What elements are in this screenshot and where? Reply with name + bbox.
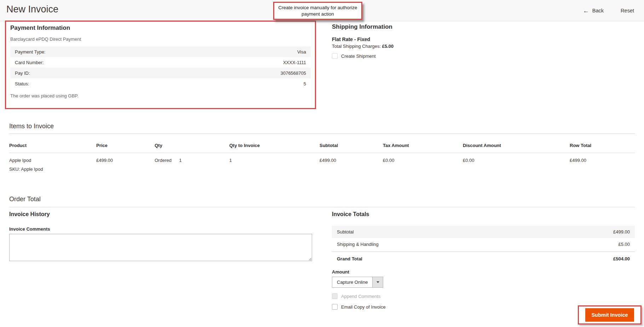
shipping-handling-label: Shipping & Handling xyxy=(337,242,379,247)
new-invoice-page: New Invoice ← Back Reset Create invoice … xyxy=(0,0,644,327)
col-qty: Qty xyxy=(155,139,229,153)
append-comments-option: Append Comments xyxy=(332,293,635,299)
item-qty-to-invoice: 1 xyxy=(229,153,320,175)
col-subtotal: Subtotal xyxy=(320,139,383,153)
shipping-handling-value: £5.00 xyxy=(618,242,630,247)
payment-information-section: Payment Information Barclaycard ePDQ Dir… xyxy=(5,21,316,109)
append-comments-checkbox[interactable] xyxy=(332,293,338,299)
item-qty-ordered: 1 xyxy=(179,158,182,163)
submit-invoice-button[interactable]: Submit Invoice xyxy=(585,308,634,322)
email-copy-label: Email Copy of Invoice xyxy=(341,304,386,310)
order-total-title: Order Total xyxy=(9,196,41,203)
subtotal-label: Subtotal xyxy=(337,229,354,235)
amount-label: Amount xyxy=(332,269,635,275)
items-divider xyxy=(9,134,635,134)
payment-information-title: Payment Information xyxy=(10,24,311,32)
pay-id-row: Pay ID: 3076568705 xyxy=(10,68,311,78)
item-row-total: £499.00 xyxy=(570,153,635,175)
pay-id-label: Pay ID: xyxy=(15,71,30,76)
create-shipment-option: Create Shipment xyxy=(332,53,530,59)
col-price: Price xyxy=(96,139,155,153)
col-tax-amount: Tax Amount xyxy=(383,139,463,153)
item-price: £499.00 xyxy=(96,153,155,175)
items-table: Product Price Qty Qty to Invoice Subtota… xyxy=(9,139,635,175)
payment-method: Barclaycard ePDQ Direct Payment xyxy=(10,36,311,42)
item-discount-amount: £0.00 xyxy=(463,153,570,175)
grand-total-row: Grand Total £504.00 xyxy=(332,252,635,265)
col-product: Product xyxy=(9,139,96,153)
create-shipment-checkbox[interactable] xyxy=(332,53,338,59)
grand-total-label: Grand Total xyxy=(337,256,362,261)
email-copy-checkbox[interactable] xyxy=(332,304,338,310)
status-value: 5 xyxy=(304,81,306,86)
invoice-history-section: Invoice History Invoice Comments xyxy=(9,211,312,263)
invoice-history-title: Invoice History xyxy=(9,211,312,218)
card-number-label: Card Number: xyxy=(15,60,44,65)
card-number-value: XXXX-1111 xyxy=(283,60,306,65)
payment-type-row: Payment Type: Visa xyxy=(10,46,311,57)
page-title: New Invoice xyxy=(6,4,58,15)
invoice-comments-label: Invoice Comments xyxy=(9,226,312,232)
shipping-charges: Total Shipping Charges: £5.00 xyxy=(332,44,530,49)
item-tax-amount: £0.00 xyxy=(383,153,463,175)
shipping-method: Flat Rate - Fixed xyxy=(332,36,530,42)
subtotal-value: £499.00 xyxy=(613,229,630,235)
back-button[interactable]: ← Back xyxy=(583,8,604,14)
item-qty-cell: Ordered 1 xyxy=(155,153,229,175)
item-qty-status: Ordered xyxy=(155,158,172,163)
shipping-handling-row: Shipping & Handling £5.00 xyxy=(332,238,635,250)
back-button-label: Back xyxy=(592,8,604,13)
status-label: Status: xyxy=(15,81,29,86)
payment-details-table: Payment Type: Visa Card Number: XXXX-111… xyxy=(10,46,311,89)
col-row-total: Row Total xyxy=(570,139,635,153)
payment-type-value: Visa xyxy=(297,49,306,55)
grand-total-value: £504.00 xyxy=(613,256,630,261)
item-subtotal: £499.00 xyxy=(320,153,383,175)
capture-mode-value: Capture Online xyxy=(332,277,372,287)
currency-note: The order was placed using GBP. xyxy=(10,93,311,98)
items-header-row: Product Price Qty Qty to Invoice Subtota… xyxy=(9,139,635,153)
items-to-invoice-title: Items to Invoice xyxy=(9,123,54,130)
reset-button-label: Reset xyxy=(621,8,634,13)
invoice-totals-title: Invoice Totals xyxy=(332,211,635,218)
payment-type-label: Payment Type: xyxy=(15,49,45,55)
invoice-comments-textarea[interactable] xyxy=(9,234,312,261)
shipping-information-title: Shipping Information xyxy=(332,23,530,30)
item-product-name: Apple Ipod xyxy=(9,158,31,163)
shipping-charges-value: £5.00 xyxy=(382,44,394,49)
back-arrow-icon: ← xyxy=(583,8,589,14)
item-product-cell: Apple Ipod SKU: Apple Ipod xyxy=(9,153,96,175)
shipping-information-section: Shipping Information Flat Rate - Fixed T… xyxy=(332,23,530,59)
card-number-row: Card Number: XXXX-1111 xyxy=(10,57,311,68)
shipping-charges-label: Total Shipping Charges: xyxy=(332,44,381,49)
order-total-divider xyxy=(9,207,635,207)
create-shipment-label: Create Shipment xyxy=(341,53,376,59)
invoice-totals-section: Invoice Totals Subtotal £499.00 Shipping… xyxy=(332,211,635,310)
subtotal-row: Subtotal £499.00 xyxy=(332,226,635,238)
header-actions: ← Back Reset xyxy=(583,0,634,21)
capture-mode-select[interactable]: Capture Online xyxy=(332,277,383,288)
item-row: Apple Ipod SKU: Apple Ipod £499.00 Order… xyxy=(9,153,635,175)
submit-annotation-box: Submit Invoice xyxy=(578,305,642,325)
status-row: Status: 5 xyxy=(10,78,311,89)
invoice-totals-table: Subtotal £499.00 Shipping & Handling £5.… xyxy=(332,226,635,265)
pay-id-value: 3076568705 xyxy=(281,71,306,76)
annotation-tooltip: Create invoice manually for authorize pa… xyxy=(273,2,362,20)
col-discount-amount: Discount Amount xyxy=(463,139,570,153)
append-comments-label: Append Comments xyxy=(341,294,380,299)
item-sku: SKU: Apple Ipod xyxy=(9,163,94,172)
reset-button[interactable]: Reset xyxy=(621,8,634,13)
col-qty-to-invoice: Qty to Invoice xyxy=(229,139,320,153)
chevron-down-icon[interactable] xyxy=(372,277,383,287)
